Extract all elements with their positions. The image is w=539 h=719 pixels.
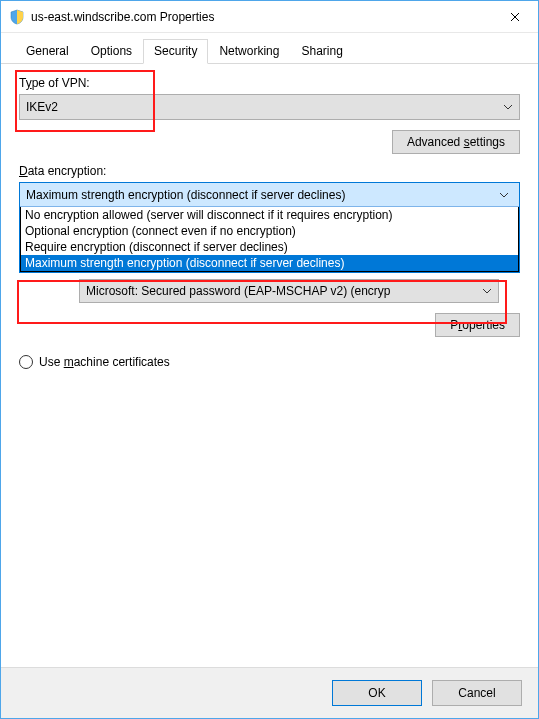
data-encryption-dropdown-list: No encryption allowed (server will disco… (20, 207, 519, 272)
vpn-type-value: IKEv2 (26, 100, 58, 114)
ok-button[interactable]: OK (332, 680, 422, 706)
chevron-down-icon (503, 104, 513, 110)
chevron-down-icon (495, 183, 513, 206)
titlebar: us-east.windscribe.com Properties (1, 1, 538, 33)
close-button[interactable] (492, 1, 538, 32)
tab-security[interactable]: Security (143, 39, 208, 64)
advanced-settings-button[interactable]: Advanced settings (392, 130, 520, 154)
dialog-footer: OK Cancel (1, 667, 538, 718)
tab-general[interactable]: General (15, 39, 80, 63)
dropdown-item[interactable]: Maximum strength encryption (disconnect … (21, 255, 518, 271)
chevron-down-icon (482, 288, 492, 294)
tab-options[interactable]: Options (80, 39, 143, 63)
data-encryption-selected[interactable]: Maximum strength encryption (disconnect … (20, 183, 519, 207)
tab-sharing[interactable]: Sharing (290, 39, 353, 63)
window-title: us-east.windscribe.com Properties (31, 10, 492, 24)
data-encryption-label: Data encryption: (19, 164, 520, 178)
dropdown-item[interactable]: Require encryption (disconnect if server… (21, 239, 518, 255)
machine-certificates-radio[interactable]: Use machine certificates (19, 355, 520, 369)
radio-icon (19, 355, 33, 369)
machine-certificates-label: Use machine certificates (39, 355, 170, 369)
vpn-type-combo[interactable]: IKEv2 (19, 94, 520, 120)
data-encryption-combo[interactable]: Maximum strength encryption (disconnect … (19, 182, 520, 273)
tab-strip: General Options Security Networking Shar… (1, 33, 538, 64)
properties-dialog: us-east.windscribe.com Properties Genera… (0, 0, 539, 719)
eap-method-combo[interactable]: Microsoft: Secured password (EAP-MSCHAP … (79, 279, 499, 303)
properties-button[interactable]: Properties (435, 313, 520, 337)
shield-icon (9, 9, 25, 25)
vpn-type-label: Type of VPN: (19, 76, 520, 90)
eap-method-value: Microsoft: Secured password (EAP-MSCHAP … (86, 284, 391, 298)
dropdown-item[interactable]: Optional encryption (connect even if no … (21, 223, 518, 239)
dropdown-item[interactable]: No encryption allowed (server will disco… (21, 207, 518, 223)
close-icon (510, 12, 520, 22)
tab-networking[interactable]: Networking (208, 39, 290, 63)
cancel-button[interactable]: Cancel (432, 680, 522, 706)
tab-content-security: Type of VPN: IKEv2 Advanced settings Dat… (1, 64, 538, 667)
